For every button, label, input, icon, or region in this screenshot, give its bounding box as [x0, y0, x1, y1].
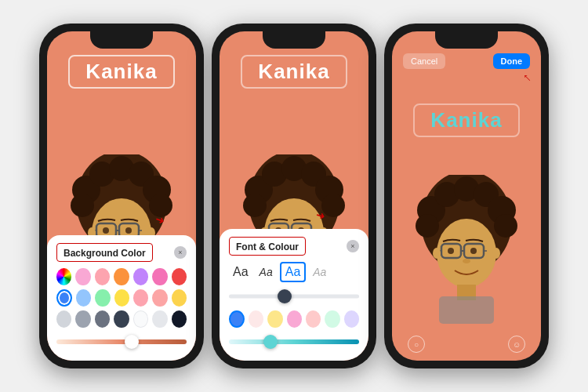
phone-2-teal-slider[interactable] — [229, 334, 359, 350]
color-blue-p2[interactable] — [229, 310, 245, 328]
phone-2-content: Kanika — [220, 31, 368, 361]
slider-track-1 — [56, 339, 187, 344]
phone-3-bottom-icons: ○ ☺ — [392, 336, 541, 353]
cancel-button[interactable]: Cancel — [403, 53, 445, 69]
phone-1-notch — [90, 31, 153, 49]
phone-1-name: Kanika — [68, 55, 174, 89]
phone-3-memoji-area — [392, 137, 541, 361]
phone-2-bottom-panel: ➜ Font & Colour × Aa Aa Aa Aa — [220, 229, 368, 361]
panel-header-2: Font & Colour × — [229, 237, 359, 256]
color-rose[interactable] — [95, 268, 110, 285]
phone-2-name: Kanika — [241, 55, 347, 89]
panel-title-1: Background Color — [64, 248, 146, 259]
phone-2: Kanika — [212, 24, 376, 368]
color-purple[interactable] — [133, 268, 148, 285]
svg-point-63 — [492, 248, 500, 259]
color-mint-p2[interactable] — [325, 310, 339, 328]
color-row-3 — [56, 310, 187, 328]
color-row-special — [56, 268, 187, 285]
color-blue-selected[interactable] — [56, 289, 72, 307]
color-yellow-p2[interactable] — [267, 310, 282, 328]
phone-3-wrapper: Cancel Done ↑ Kanika — [384, 24, 549, 368]
phone-1-slider[interactable] — [56, 334, 187, 350]
phone-3: Cancel Done ↑ Kanika — [384, 24, 549, 368]
color-yellow[interactable] — [114, 289, 129, 307]
svg-point-7 — [71, 194, 94, 217]
svg-point-52 — [494, 214, 517, 238]
phone-1: Kanika — [39, 24, 204, 368]
font-opt-3-selected[interactable]: Aa — [280, 262, 307, 282]
svg-rect-65 — [439, 296, 494, 324]
svg-point-29 — [243, 194, 267, 217]
color-lavender-p2[interactable] — [344, 310, 359, 328]
color-gray4[interactable] — [114, 310, 129, 328]
color-black[interactable] — [172, 310, 187, 328]
size-slider-track — [229, 295, 359, 299]
color-salmon[interactable] — [152, 289, 167, 307]
font-options-row: Aa Aa Aa Aa — [229, 262, 359, 282]
phone-3-screen: Cancel Done ↑ Kanika — [392, 31, 541, 361]
panel-title-box-1: Background Color — [56, 243, 153, 262]
svg-point-53 — [437, 219, 496, 288]
phone-2-screen: Kanika — [220, 31, 368, 361]
phone-2-wrapper: Kanika — [212, 24, 376, 368]
font-opt-1[interactable]: Aa — [229, 263, 252, 281]
phone-2-size-slider[interactable] — [229, 289, 359, 304]
font-opt-4[interactable]: Aa — [309, 264, 330, 280]
color-gray3[interactable] — [95, 310, 110, 328]
bottom-icon-left[interactable]: ○ — [408, 336, 425, 353]
phone-1-bottom-panel: ➜ Background Color × — [47, 235, 196, 361]
svg-point-15 — [103, 227, 109, 234]
panel-header-1: Background Color × — [56, 243, 187, 262]
phone-3-memoji — [404, 175, 529, 324]
size-slider-thumb[interactable] — [278, 289, 292, 303]
color-gray1[interactable] — [56, 310, 71, 328]
color-orange[interactable] — [114, 268, 129, 285]
panel-close-1[interactable]: × — [174, 246, 187, 259]
slider-thumb-1[interactable] — [125, 335, 139, 349]
phone-3-top-bar: Cancel Done — [392, 53, 541, 69]
panel-title-2: Font & Colour — [236, 241, 299, 252]
svg-point-61 — [463, 259, 470, 263]
svg-point-16 — [125, 227, 132, 234]
svg-point-51 — [416, 214, 439, 238]
color-green[interactable] — [95, 289, 110, 307]
phone-2-notch — [263, 31, 325, 49]
svg-point-62 — [433, 248, 441, 259]
phone-1-content: Kanika — [47, 31, 196, 361]
color-white[interactable] — [133, 310, 149, 328]
color-red[interactable] — [172, 268, 187, 285]
phone-3-content: Cancel Done ↑ Kanika — [392, 31, 541, 361]
red-arrow-3-up: ↑ — [520, 71, 534, 85]
teal-slider-track — [229, 339, 359, 344]
phone-3-name: Kanika — [413, 103, 519, 137]
phone-3-notch — [435, 31, 498, 49]
font-opt-2[interactable]: Aa — [256, 264, 277, 280]
color-rose2[interactable] — [133, 289, 148, 307]
color-lightgray[interactable] — [152, 310, 167, 328]
phone-3-name-container: Kanika — [413, 80, 519, 137]
color-amber[interactable] — [172, 289, 187, 307]
rainbow-wheel[interactable] — [56, 268, 71, 285]
color-blush-p2[interactable] — [249, 310, 263, 328]
color-lightblue[interactable] — [76, 289, 91, 307]
color-gray2[interactable] — [75, 310, 90, 328]
panel-title-box-2: Font & Colour — [229, 237, 306, 256]
panel-close-2[interactable]: × — [347, 240, 359, 252]
phone-1-wrapper: Kanika — [39, 24, 204, 368]
color-pink[interactable] — [75, 268, 90, 285]
color-fuchsia[interactable] — [152, 268, 167, 285]
color-pink-p2[interactable] — [287, 310, 302, 328]
teal-slider-thumb[interactable] — [263, 335, 278, 349]
color-row-2 — [56, 289, 187, 307]
color-row-phone2 — [229, 310, 359, 328]
bottom-icon-right[interactable]: ☺ — [508, 336, 525, 353]
svg-point-60 — [470, 248, 477, 254]
done-button[interactable]: Done — [493, 53, 531, 69]
color-red-p2[interactable] — [306, 310, 321, 328]
svg-point-59 — [448, 248, 454, 254]
phone-1-screen: Kanika — [47, 31, 196, 361]
